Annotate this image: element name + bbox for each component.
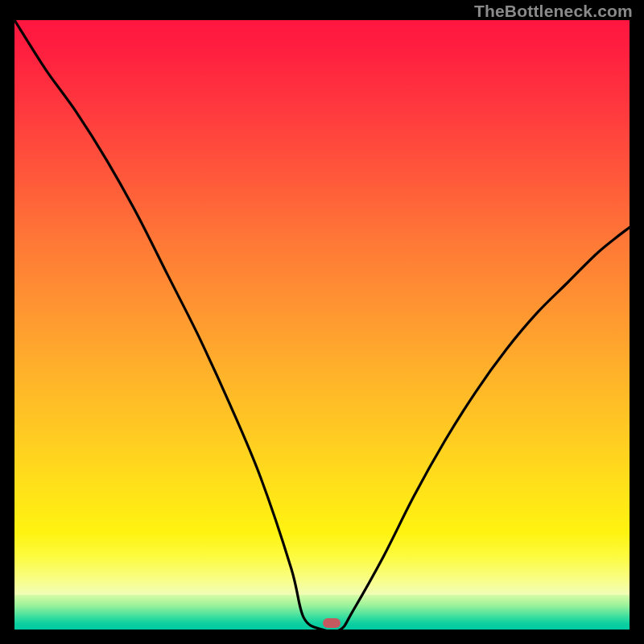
bottleneck-curve [14, 20, 630, 630]
minimum-marker [323, 618, 341, 628]
curve-path [14, 20, 630, 630]
watermark-text: TheBottleneck.com [474, 2, 633, 21]
plot-area [14, 20, 630, 630]
chart-frame: TheBottleneck.com [0, 0, 644, 644]
